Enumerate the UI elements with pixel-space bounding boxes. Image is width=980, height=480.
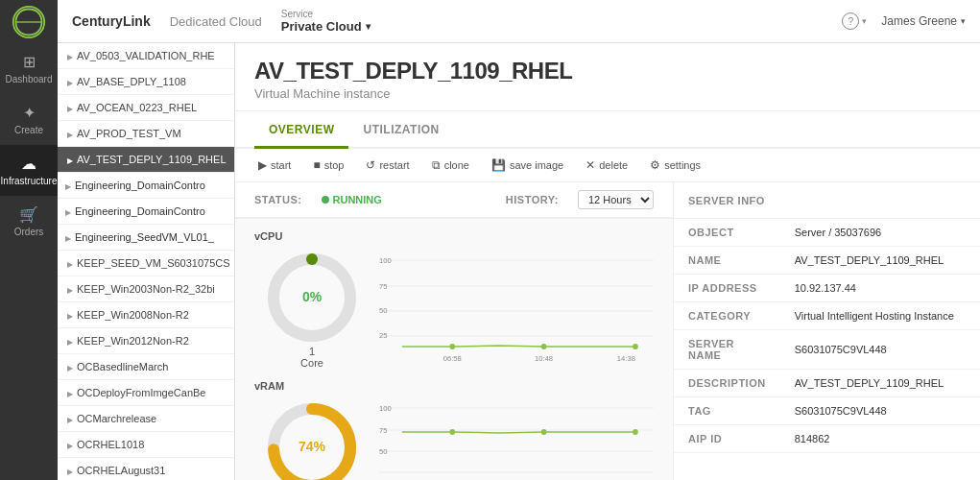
help-dropdown-icon: ▾ bbox=[862, 16, 867, 26]
service-selector[interactable]: Service Private Cloud bbox=[281, 9, 370, 34]
user-menu[interactable]: James Greene ▾ bbox=[881, 14, 966, 28]
service-value[interactable]: Private Cloud bbox=[281, 19, 370, 34]
create-icon: ✦ bbox=[23, 104, 36, 122]
nav-bar: ⊞ Dashboard ✦ Create ☁ Infrastructure 🛒 … bbox=[0, 0, 58, 480]
settings-label: settings bbox=[664, 159, 701, 171]
stop-icon: ■ bbox=[313, 158, 320, 172]
brand-name: CenturyLink bbox=[72, 13, 151, 29]
sidebar-item-av-ocean[interactable]: AV_OCEAN_0223_RHEL bbox=[58, 95, 234, 121]
sidebar-item-oc-rhel[interactable]: OCRHEL1018 bbox=[58, 432, 234, 458]
server-info-row: AIP ID814862 bbox=[674, 425, 980, 453]
arrow-icon bbox=[67, 50, 77, 61]
orders-label: Orders bbox=[14, 227, 44, 237]
status-server-row: STATUS: RUNNING HISTORY: 12 Hours 24 Hou… bbox=[235, 182, 980, 219]
infrastructure-icon: ☁ bbox=[21, 155, 36, 173]
sidebar-item-keep-win2012[interactable]: KEEP_Win2012Non-R2 bbox=[58, 328, 234, 354]
user-name: James Greene bbox=[881, 14, 957, 28]
tab-overview[interactable]: OVERVIEW bbox=[254, 111, 348, 149]
vcpu-percent-text: 0% bbox=[302, 289, 323, 304]
sidebar-item-av-prod[interactable]: AV_PROD_TEST_VM bbox=[58, 121, 234, 147]
delete-label: delete bbox=[599, 159, 628, 171]
stop-label: stop bbox=[324, 159, 345, 171]
delete-button[interactable]: ✕ delete bbox=[582, 156, 632, 174]
help-button[interactable]: ? ▾ bbox=[842, 12, 867, 30]
dashboard-icon: ⊞ bbox=[23, 53, 36, 71]
server-info-value: S6031075C9VL448 bbox=[780, 330, 980, 370]
header: CenturyLink Dedicated Cloud Service Priv… bbox=[58, 0, 980, 43]
page-subtitle: Virtual Machine instance bbox=[254, 86, 961, 101]
stop-button[interactable]: ■ stop bbox=[309, 156, 347, 174]
vcpu-core-label: Core bbox=[300, 357, 323, 369]
sidebar-item-av-base[interactable]: AV_BASE_DPLY_1108 bbox=[58, 69, 234, 95]
svg-text:06:58: 06:58 bbox=[443, 353, 462, 360]
sidebar-item-oc-march[interactable]: OCMarchrelease bbox=[58, 406, 234, 432]
vram-donut: 74% bbox=[254, 399, 370, 480]
sidebar-item-label: AV_PROD_TEST_VM bbox=[77, 128, 181, 139]
clone-button[interactable]: ⧉ clone bbox=[428, 156, 473, 174]
user-dropdown-icon: ▾ bbox=[961, 16, 966, 26]
sidebar-item-av-0503[interactable]: AV_0503_VALIDATION_RHE bbox=[58, 43, 234, 69]
vram-donut-svg: 74% bbox=[264, 399, 360, 480]
server-info-row: TAGS6031075C9VL448 bbox=[674, 397, 980, 425]
arrow-icon bbox=[67, 361, 77, 372]
server-info-value: AV_TEST_DEPLY_1109_RHEL bbox=[780, 247, 980, 275]
sidebar-item-label: OCMarchrelease bbox=[77, 413, 156, 424]
start-icon: ▶ bbox=[258, 158, 267, 172]
sidebar-item-eng-seed[interactable]: Engineering_SeedVM_VL01_ bbox=[58, 225, 234, 251]
svg-text:75: 75 bbox=[379, 425, 388, 434]
restart-icon: ↺ bbox=[366, 158, 375, 172]
page-title: AV_TEST_DEPLY_1109_RHEL bbox=[254, 58, 961, 84]
history-select[interactable]: 12 Hours 24 Hours 7 Days bbox=[578, 190, 654, 209]
svg-point-13 bbox=[541, 344, 547, 349]
tab-utilization[interactable]: UTILIZATION bbox=[348, 111, 453, 149]
svg-text:25: 25 bbox=[379, 330, 388, 339]
svg-point-28 bbox=[541, 429, 547, 435]
svg-text:14:38: 14:38 bbox=[617, 353, 635, 360]
server-info-row: DESCRIPTIONAV_TEST_DEPLY_1109_RHEL bbox=[674, 370, 980, 397]
sidebar-item-infrastructure[interactable]: ☁ Infrastructure bbox=[0, 145, 58, 196]
action-bar: ▶ start ■ stop ↺ restart ⧉ clone 💾 save … bbox=[235, 149, 980, 182]
arrow-icon bbox=[65, 180, 75, 191]
sidebar-item-eng-domain2[interactable]: Engineering_DomainContro bbox=[58, 199, 234, 225]
svg-point-14 bbox=[633, 344, 638, 349]
svg-text:75: 75 bbox=[379, 281, 388, 290]
status-text: RUNNING bbox=[333, 194, 382, 205]
main-wrapper: AV_0503_VALIDATION_RHE AV_BASE_DPLY_1108… bbox=[58, 43, 980, 480]
sidebar-item-label: KEEP_Win2008Non-R2 bbox=[77, 309, 189, 321]
arrow-icon bbox=[67, 439, 77, 450]
sidebar-item-label: Engineering_DomainContro bbox=[75, 180, 205, 191]
server-info-key: OBJECT bbox=[674, 219, 780, 247]
server-info-row: SERVER NAMES6031075C9VL448 bbox=[674, 330, 980, 370]
start-label: start bbox=[271, 159, 291, 171]
vcpu-chart-svg: 100 75 50 25 06:5 bbox=[379, 255, 654, 361]
save-image-button[interactable]: 💾 save image bbox=[488, 156, 567, 174]
sidebar-item-dashboard[interactable]: ⊞ Dashboard bbox=[0, 43, 58, 94]
sidebar-item-av-test[interactable]: AV_TEST_DEPLY_1109_RHEL bbox=[58, 147, 234, 173]
page-header: AV_TEST_DEPLY_1109_RHEL Virtual Machine … bbox=[235, 43, 980, 111]
sidebar-item-oc-rhel-aug[interactable]: OCRHELAugust31 bbox=[58, 458, 234, 480]
vram-title: vRAM bbox=[254, 380, 654, 392]
sidebar-item-oc-basedline[interactable]: OCBasedlineMarch bbox=[58, 354, 234, 380]
sidebar-item-eng-domain1[interactable]: Engineering_DomainContro bbox=[58, 173, 234, 199]
server-info-value: Virtual Intelligent Hosting Instance bbox=[780, 302, 980, 330]
sidebar-item-oc-deploy[interactable]: OCDeployFromImgeCanBe bbox=[58, 380, 234, 406]
clone-icon: ⧉ bbox=[432, 158, 441, 172]
sidebar-item-orders[interactable]: 🛒 Orders bbox=[0, 196, 58, 247]
restart-button[interactable]: ↺ restart bbox=[362, 156, 413, 174]
server-info-header-cell: SERVER INFO bbox=[673, 182, 980, 218]
server-info-table: OBJECTServer / 35037696NAMEAV_TEST_DEPLY… bbox=[674, 219, 980, 453]
settings-button[interactable]: ⚙ settings bbox=[646, 156, 705, 174]
sidebar-item-create[interactable]: ✦ Create bbox=[0, 94, 58, 145]
start-button[interactable]: ▶ start bbox=[254, 156, 295, 174]
server-info-key: SERVER NAME bbox=[674, 330, 780, 370]
status-bar: STATUS: RUNNING HISTORY: 12 Hours 24 Hou… bbox=[235, 182, 673, 218]
arrow-icon bbox=[67, 309, 77, 321]
server-info-value: AV_TEST_DEPLY_1109_RHEL bbox=[780, 370, 980, 397]
arrow-icon bbox=[67, 128, 77, 139]
vram-percent-text: 74% bbox=[299, 439, 326, 454]
sidebar-item-keep-seed[interactable]: KEEP_SEED_VM_S6031075CS bbox=[58, 251, 234, 276]
create-label: Create bbox=[14, 125, 43, 135]
sidebar-item-keep-win2003[interactable]: KEEP_Win2003Non-R2_32bi bbox=[58, 276, 234, 302]
server-info-row: OBJECTServer / 35037696 bbox=[674, 219, 980, 247]
sidebar-item-keep-win2008[interactable]: KEEP_Win2008Non-R2 bbox=[58, 302, 234, 328]
